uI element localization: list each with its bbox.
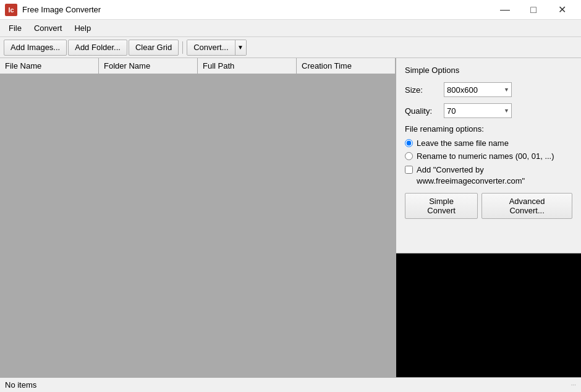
convert-group: Convert... ▼ (187, 40, 246, 56)
resize-grip-icon: ··· (571, 381, 576, 388)
menu-item-help[interactable]: Help (68, 21, 97, 35)
clear-grid-button[interactable]: Clear Grid (129, 40, 179, 56)
close-button[interactable]: ✕ (548, 0, 576, 20)
grid-header: File Name Folder Name Full Path Creation… (0, 58, 396, 74)
menu-item-convert[interactable]: Convert (28, 21, 69, 35)
column-header-creationtime: Creation Time (297, 58, 396, 74)
status-text: No items (5, 380, 36, 390)
quality-option-row: Quality: 70 80 90 100 (405, 103, 572, 118)
convert-main-button[interactable]: Convert... (187, 40, 234, 55)
column-header-foldername: Folder Name (99, 58, 198, 74)
rename-section: File renaming options: Leave the same fi… (405, 124, 572, 187)
file-grid-area: File Name Folder Name Full Path Creation… (0, 58, 396, 377)
app-icon: Ic (5, 4, 17, 16)
quality-label: Quality: (405, 106, 439, 116)
right-panel: Simple Options Size: 800x600 1024x768 12… (396, 58, 581, 377)
title-bar-left: Ic Free Image Converter (5, 4, 101, 16)
status-bar: No items ··· (0, 377, 581, 392)
size-select[interactable]: 800x600 1024x768 1280x1024 1920x1080 (444, 82, 512, 97)
radio-numeric-row: Rename to numeric names (00, 01, ...) (405, 151, 572, 161)
convert-dropdown-button[interactable]: ▼ (235, 40, 246, 55)
simple-convert-button[interactable]: Simple Convert (405, 193, 478, 219)
convert-buttons-row: Simple Convert Advanced Convert... (405, 193, 572, 219)
add-folder-button[interactable]: Add Folder... (68, 40, 127, 56)
checkbox-watermark-row: Add "Converted by www.freeimageconverter… (405, 164, 572, 187)
main-content: File Name Folder Name Full Path Creation… (0, 58, 581, 377)
preview-panel (396, 254, 581, 377)
title-bar: Ic Free Image Converter — □ ✕ (0, 0, 581, 20)
size-option-row: Size: 800x600 1024x768 1280x1024 1920x10… (405, 82, 572, 97)
checkbox-watermark-label: Add "Converted by www.freeimageconverter… (417, 164, 525, 187)
add-images-button[interactable]: Add Images... (4, 40, 67, 56)
rename-title: File renaming options: (405, 124, 572, 134)
radio-same-name-row: Leave the same file name (405, 138, 572, 148)
column-header-fullpath: Full Path (198, 58, 297, 74)
maximize-button[interactable]: □ (519, 0, 548, 20)
simple-options-panel: Simple Options Size: 800x600 1024x768 12… (396, 58, 581, 254)
quality-select-wrapper: 70 80 90 100 (444, 103, 512, 118)
title-bar-controls: — □ ✕ (491, 0, 576, 20)
minimize-button[interactable]: — (491, 0, 519, 20)
quality-select[interactable]: 70 80 90 100 (444, 103, 512, 118)
radio-same-name-label: Leave the same file name (417, 138, 509, 148)
size-select-wrapper: 800x600 1024x768 1280x1024 1920x1080 (444, 82, 512, 97)
app-title: Free Image Converter (22, 5, 101, 14)
advanced-convert-button[interactable]: Advanced Convert... (481, 193, 572, 219)
checkbox-watermark[interactable] (405, 166, 413, 174)
toolbar: Add Images... Add Folder... Clear Grid C… (0, 37, 581, 58)
file-grid-body[interactable] (0, 74, 396, 377)
radio-numeric-name[interactable] (405, 152, 413, 160)
column-header-filename: File Name (0, 58, 99, 74)
menu-bar: File Convert Help (0, 20, 581, 37)
radio-numeric-name-label: Rename to numeric names (00, 01, ...) (417, 151, 554, 161)
size-label: Size: (405, 85, 439, 95)
toolbar-separator (182, 41, 183, 54)
radio-same-name[interactable] (405, 139, 413, 147)
simple-options-title: Simple Options (405, 66, 572, 75)
menu-item-file[interactable]: File (2, 21, 28, 35)
